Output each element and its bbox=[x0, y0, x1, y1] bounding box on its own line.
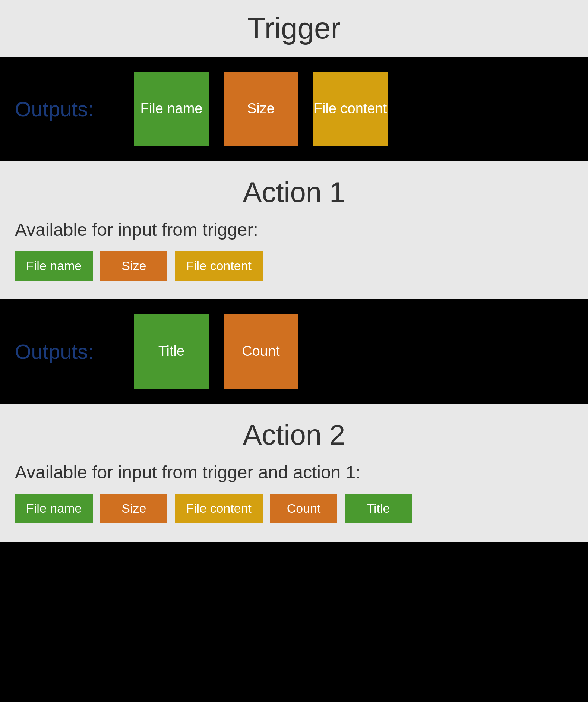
outputs1-badge-filecontent: File content bbox=[313, 72, 388, 146]
action2-available-text: Available for input from trigger and act… bbox=[15, 462, 573, 483]
outputs1-badge-filename: File name bbox=[134, 72, 209, 146]
action2-badge-row: File name Size File content Count Title bbox=[15, 494, 573, 523]
outputs2-label: Outputs: bbox=[15, 339, 119, 364]
outputs1-badge-size: Size bbox=[224, 72, 298, 146]
outputs2-row: Outputs: Title Count bbox=[0, 299, 588, 404]
trigger-title: Trigger bbox=[15, 11, 573, 45]
action1-section: Action 1 Available for input from trigge… bbox=[0, 161, 588, 299]
action2-badge-filecontent: File content bbox=[175, 494, 263, 523]
outputs1-label: Outputs: bbox=[15, 97, 119, 121]
action2-badge-title: Title bbox=[345, 494, 412, 523]
action2-title: Action 2 bbox=[15, 418, 573, 451]
action2-badge-count: Count bbox=[270, 494, 337, 523]
outputs2-badge-count: Count bbox=[224, 314, 298, 389]
action1-badge-filecontent: File content bbox=[175, 251, 263, 281]
action1-badge-filename: File name bbox=[15, 251, 93, 281]
outputs1-row: Outputs: File name Size File content bbox=[0, 57, 588, 161]
action2-section: Action 2 Available for input from trigge… bbox=[0, 404, 588, 542]
action2-badge-size: Size bbox=[100, 494, 167, 523]
outputs2-badge-title: Title bbox=[134, 314, 209, 389]
action2-badge-filename: File name bbox=[15, 494, 93, 523]
action1-title: Action 1 bbox=[15, 176, 573, 208]
action1-badge-size: Size bbox=[100, 251, 167, 281]
trigger-section: Trigger bbox=[0, 0, 588, 57]
action1-available-text: Available for input from trigger: bbox=[15, 219, 573, 240]
action1-badge-row: File name Size File content bbox=[15, 251, 573, 281]
